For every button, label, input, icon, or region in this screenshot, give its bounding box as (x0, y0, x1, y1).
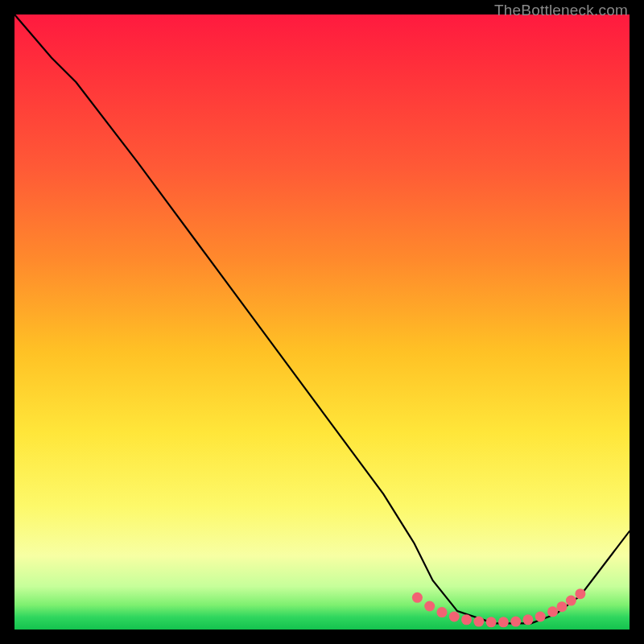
bottleneck-curve (14, 14, 630, 623)
highlight-dot (557, 601, 568, 612)
highlight-dot (449, 612, 460, 622)
highlight-dot (535, 612, 546, 622)
highlight-dot (486, 617, 497, 627)
highlight-dot (424, 601, 435, 612)
highlight-dots (412, 588, 586, 627)
chart-frame: TheBottleneck.com (0, 0, 644, 644)
chart-svg (14, 14, 630, 630)
highlight-dot (575, 588, 585, 599)
highlight-dot (473, 617, 484, 627)
highlight-dot (566, 596, 576, 606)
highlight-dot (461, 614, 472, 625)
highlight-dot (510, 617, 521, 627)
watermark-text: TheBottleneck.com (494, 2, 628, 19)
highlight-dot (437, 607, 448, 617)
highlight-dot (522, 614, 533, 625)
highlight-dot (498, 617, 509, 627)
chart-plot-area (14, 14, 630, 630)
highlight-dot (547, 606, 558, 617)
highlight-dot (412, 592, 423, 603)
